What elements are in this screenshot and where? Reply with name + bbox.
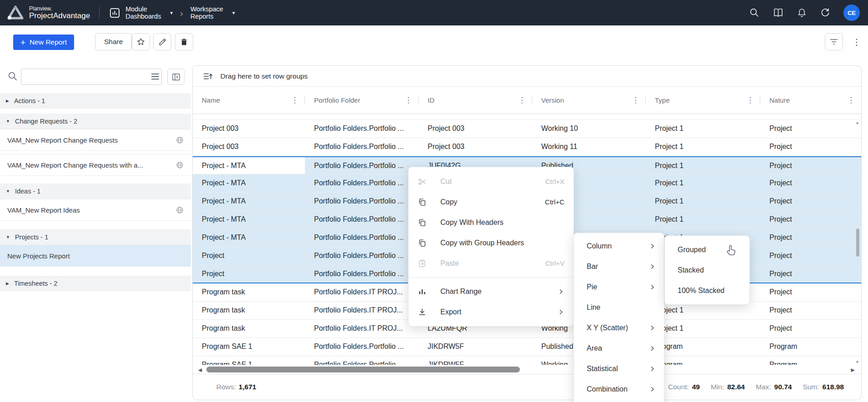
- column-menu-icon[interactable]: ⋮: [514, 95, 526, 105]
- cell-nature[interactable]: Project: [760, 283, 861, 301]
- submenu-item-column[interactable]: Column: [574, 236, 664, 256]
- cell-type[interactable]: Project 1: [646, 174, 760, 192]
- cell-name[interactable]: Program SAE 1: [193, 338, 305, 356]
- cell-portfolio-folder[interactable]: Portfolio Folders.Portfolio ...: [305, 193, 419, 210]
- column-menu-icon[interactable]: ⋮: [843, 95, 855, 105]
- menu-item-copy-with-group-headers[interactable]: Copy with Group Headers: [409, 233, 574, 253]
- cell-nature[interactable]: Project: [760, 247, 861, 265]
- cell-portfolio-folder[interactable]: Portfolio Folders.Portfolio ...: [305, 211, 419, 228]
- sidebar-item-vam-ideas[interactable]: VAM_New Report Ideas: [0, 199, 191, 221]
- column-menu-icon[interactable]: ⋮: [287, 95, 299, 105]
- submenu-item-line[interactable]: Line: [574, 297, 664, 318]
- column-header-nature[interactable]: Nature ⋮: [760, 87, 861, 114]
- cell-name[interactable]: Project: [193, 247, 305, 265]
- cell-name[interactable]: Project: [193, 265, 305, 283]
- submenu-item-pie[interactable]: Pie: [574, 277, 664, 297]
- share-button[interactable]: Share: [95, 33, 132, 50]
- cell-portfolio-folder[interactable]: Portfolio Folders.Portfolio ...: [305, 138, 419, 156]
- cell-nature[interactable]: Project: [760, 174, 861, 192]
- submenu-item-statistical[interactable]: Statistical: [574, 358, 664, 379]
- table-row[interactable]: Program SAE 1 Portfolio Folders.Portfoli…: [193, 338, 861, 356]
- cell-portfolio-folder[interactable]: Portfolio Folders.Portfolio ...: [305, 120, 419, 138]
- collapse-panel-button[interactable]: [167, 69, 185, 85]
- column-header-portfolio-folder[interactable]: Portfolio Folder ⋮: [305, 87, 419, 114]
- horizontal-scroll-thumb[interactable]: [206, 367, 520, 372]
- column-header-type[interactable]: Type ⋮: [646, 87, 760, 114]
- delete-button[interactable]: [175, 33, 193, 50]
- cell-name[interactable]: Project - MTA: [193, 193, 305, 210]
- cell-portfolio-folder[interactable]: Portfolio Folders.IT PROJ...: [305, 302, 419, 319]
- table-row[interactable]: Project 003 Portfolio Folders.Portfolio …: [193, 120, 861, 138]
- submenu-item-combination[interactable]: Combination: [574, 379, 664, 399]
- nav-module-dashboards[interactable]: Module Dashboards ▾: [109, 5, 173, 20]
- menu-item-export[interactable]: Export: [409, 302, 574, 322]
- cell-name[interactable]: Project - MTA: [193, 229, 305, 247]
- cell-portfolio-folder[interactable]: Portfolio Folders.Portfolio ...: [305, 265, 419, 283]
- cell-type[interactable]: Project 1: [646, 157, 760, 174]
- menu-item-chart-range[interactable]: Chart Range: [409, 281, 574, 302]
- cell-portfolio-folder[interactable]: Portfolio Folders.Portfolio ...: [305, 157, 419, 174]
- chevron-down-icon[interactable]: ▾: [232, 10, 235, 16]
- table-row[interactable]: Project 003 Portfolio Folders.Portfolio …: [193, 138, 861, 156]
- cell-id[interactable]: Project 003: [419, 120, 532, 138]
- sidebar-group-actions[interactable]: ▶ Actions - 1: [0, 93, 191, 109]
- scroll-left-icon[interactable]: ◀: [198, 367, 202, 373]
- column-menu-icon[interactable]: ⋮: [743, 95, 754, 105]
- vertical-scrollbar[interactable]: ▲ ▼: [855, 120, 860, 364]
- scroll-right-icon[interactable]: ▶: [851, 367, 855, 373]
- cell-portfolio-folder[interactable]: Portfolio Folders.Portfolio ...: [305, 229, 419, 247]
- column-header-version[interactable]: Version ⋮: [532, 87, 646, 114]
- cell-id[interactable]: Project 003: [419, 138, 532, 156]
- cell-name[interactable]: Project - MTA: [193, 211, 305, 228]
- cell-portfolio-folder[interactable]: Portfolio Folders.IT PROJ...: [305, 283, 419, 301]
- avatar[interactable]: CE: [843, 5, 860, 21]
- cell-nature[interactable]: Project: [760, 211, 861, 228]
- notifications-bell-icon[interactable]: [797, 7, 807, 18]
- submenu-item-100-stacked[interactable]: 100% Stacked: [665, 280, 749, 301]
- cell-nature[interactable]: Project: [760, 138, 861, 156]
- cell-version[interactable]: Working 11: [532, 138, 646, 156]
- list-options-icon[interactable]: [151, 73, 160, 80]
- new-report-button[interactable]: + New Report: [13, 35, 74, 50]
- cell-type[interactable]: Project 1: [646, 193, 760, 210]
- cell-portfolio-folder[interactable]: Portfolio Folders.Portfolio ...: [305, 174, 419, 192]
- cell-portfolio-folder[interactable]: Portfolio Folders.IT PROJ...: [305, 320, 419, 337]
- cell-type[interactable]: Project 1: [646, 138, 760, 156]
- refresh-icon[interactable]: [820, 7, 831, 18]
- filter-button[interactable]: [825, 33, 843, 50]
- sidebar-group-projects[interactable]: ▼ Projects - 1: [0, 229, 191, 245]
- cell-name[interactable]: Program task: [193, 320, 305, 337]
- column-header-name[interactable]: Name ⋮: [193, 87, 305, 114]
- report-search-input[interactable]: [21, 69, 162, 85]
- sidebar-item-new-projects-report[interactable]: New Projects Report: [0, 245, 191, 267]
- submenu-item-stacked[interactable]: Stacked: [665, 260, 749, 280]
- cell-name[interactable]: Project 003: [193, 138, 305, 156]
- search-icon[interactable]: [749, 7, 760, 18]
- edit-button[interactable]: [153, 33, 171, 50]
- chevron-down-icon[interactable]: ▾: [170, 10, 173, 16]
- cell-nature[interactable]: Project: [760, 320, 861, 337]
- cell-nature[interactable]: Project: [760, 120, 861, 138]
- sidebar-group-ideas[interactable]: ▼ Ideas - 1: [0, 184, 191, 199]
- cell-nature[interactable]: Program: [760, 338, 861, 356]
- scroll-down-icon[interactable]: ▼: [855, 360, 859, 364]
- sidebar-item-vam-change-requests[interactable]: VAM_New Report Change Requests: [0, 129, 191, 151]
- cell-portfolio-folder[interactable]: Portfolio Folders.Portfolio ...: [305, 338, 419, 356]
- horizontal-scrollbar[interactable]: ◀ ▶: [193, 365, 861, 375]
- brand[interactable]: Planview. ProjectAdvantage: [0, 5, 90, 21]
- cell-nature[interactable]: Project: [760, 157, 861, 174]
- cell-nature[interactable]: Project: [760, 229, 861, 247]
- cell-nature[interactable]: Project: [760, 302, 861, 319]
- submenu-item-area[interactable]: Area: [574, 338, 664, 358]
- cell-name[interactable]: Project - MTA: [193, 174, 305, 192]
- nav-workspace-reports[interactable]: Workspace Reports ▾: [190, 5, 235, 20]
- cell-name[interactable]: Project 003: [193, 120, 305, 138]
- menu-item-copy[interactable]: Copy Ctrl+C: [409, 192, 574, 212]
- sidebar-item-vam-change-requests-2[interactable]: VAM_New Report Change Requests with a...: [0, 154, 191, 176]
- submenu-item-grouped[interactable]: Grouped: [665, 239, 749, 260]
- column-menu-icon[interactable]: ⋮: [628, 95, 639, 105]
- cell-nature[interactable]: Project: [760, 193, 861, 210]
- cell-name[interactable]: Program task: [193, 302, 305, 319]
- row-group-drop-zone[interactable]: Drag here to set row groups: [193, 66, 861, 87]
- column-header-id[interactable]: ID ⋮: [419, 87, 532, 114]
